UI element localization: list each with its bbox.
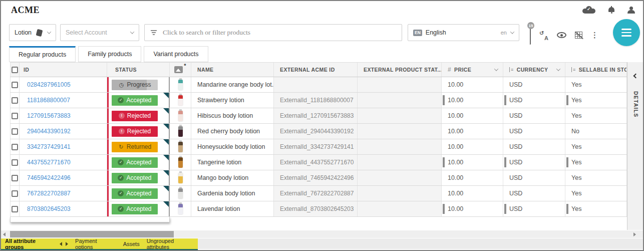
notifications-bell-icon[interactable] <box>608 7 614 14</box>
medications-icon[interactable]: 15 <box>530 26 531 44</box>
row-checkbox[interactable] <box>12 159 18 166</box>
grid-disabled-icon[interactable] <box>575 32 582 39</box>
price-cell[interactable]: 10.00 <box>442 93 503 108</box>
sellable-cell[interactable]: Yes <box>565 201 627 216</box>
row-checkbox[interactable] <box>12 190 18 197</box>
image-cell <box>170 124 191 139</box>
currency-cell[interactable]: USD <box>503 77 565 92</box>
sellable-cell[interactable]: Yes <box>565 155 627 170</box>
row-checkbox[interactable] <box>12 82 18 88</box>
external-id-cell: ExternalId_4437552771670 <box>274 155 358 170</box>
price-value: 10.00 <box>448 112 463 119</box>
status-badge: ! Rejected <box>112 126 158 137</box>
toolbar-icon-group: 15 ↺ A ⋮ <box>530 26 598 44</box>
group-tab-assets[interactable]: Assets <box>123 241 140 247</box>
price-cell[interactable]: 10.00 <box>442 201 503 216</box>
group-tab-all[interactable]: All attribute groups <box>5 238 56 250</box>
column-chevron-down-icon[interactable] <box>494 67 498 71</box>
product-id-link[interactable]: 1270915673883 <box>27 112 71 119</box>
preview-eye-icon[interactable] <box>557 32 566 38</box>
required-marker: * <box>184 63 186 69</box>
horizontal-scrollbar[interactable] <box>1 230 643 238</box>
tab-variant-products[interactable]: Variant products <box>144 46 208 62</box>
search-input[interactable] <box>163 29 396 37</box>
hamburger-line <box>621 35 631 37</box>
category-dropdown[interactable]: Lotion <box>9 24 56 41</box>
language-selector[interactable]: EN English en <box>408 24 519 41</box>
row-checkbox-cell <box>10 201 20 216</box>
currency-cell[interactable]: USD <box>503 139 565 154</box>
scroll-right-arrow[interactable] <box>633 232 636 236</box>
status-cell: ✓ Accepted <box>107 186 170 201</box>
product-id-link[interactable]: 4437552771670 <box>27 159 71 166</box>
price-cell[interactable]: 10.00 <box>442 77 503 92</box>
chevron-left-icon[interactable] <box>633 74 638 79</box>
product-id-link[interactable]: 7465942422496 <box>27 174 71 181</box>
currency-cell[interactable]: USD <box>503 108 565 123</box>
status-cell: ! Rejected <box>107 124 170 139</box>
sellable-cell[interactable]: Yes <box>565 93 627 108</box>
currency-cell[interactable]: USD <box>503 170 565 185</box>
currency-cell[interactable]: USD <box>503 155 565 170</box>
external-id-cell: ExternalId_7672822702887 <box>274 186 358 201</box>
group-scroll-left-icon[interactable] <box>60 242 62 246</box>
currency-cell[interactable]: USD <box>503 201 565 216</box>
translate-icon[interactable]: ↺ A <box>539 31 548 40</box>
main-menu-button[interactable] <box>613 19 640 46</box>
header-status: STATUS <box>107 63 170 77</box>
scrollbar-thumb[interactable] <box>10 231 174 237</box>
row-checkbox[interactable] <box>12 128 18 135</box>
price-cell[interactable]: 10.00 <box>442 170 503 185</box>
details-panel-tab[interactable]: DETAILS <box>627 62 644 230</box>
sellable-cell[interactable]: Yes <box>565 170 627 185</box>
more-options-kebab-icon[interactable]: ⋮ <box>591 32 598 38</box>
price-cell[interactable]: 10.00 <box>442 139 503 154</box>
row-checkbox[interactable] <box>12 97 18 104</box>
group-tab-ungrouped[interactable]: Ungrouped attributes <box>147 238 198 250</box>
currency-cell[interactable]: USD <box>503 93 565 108</box>
product-id-link[interactable]: 8703802645203 <box>27 205 71 212</box>
account-dropdown[interactable]: Select Account <box>60 24 139 41</box>
select-all-checkbox[interactable] <box>12 67 18 73</box>
status-cell: ✓ Accepted <box>107 170 170 185</box>
external-status-cell <box>358 139 442 154</box>
product-id-link[interactable]: 3342737429141 <box>27 143 71 150</box>
row-checkbox[interactable] <box>12 144 18 150</box>
sellable-cell[interactable]: Yes <box>565 77 627 92</box>
group-tab-payment-options[interactable]: Payment options <box>75 238 116 250</box>
currency-cell[interactable]: USD <box>503 186 565 201</box>
column-chevron-down-icon[interactable] <box>556 67 560 71</box>
sellable-cell[interactable]: Yes <box>565 139 627 154</box>
external-id-cell: ExternalId_1181868800007 <box>274 93 358 108</box>
currency-value: USD <box>509 159 522 166</box>
product-id-link[interactable]: 2940443390192 <box>27 128 71 135</box>
attribute-group-bar: All attribute groups Payment options Ass… <box>1 238 643 249</box>
name-cell: Honeysuckle body lotion <box>191 139 274 154</box>
status-cell: ◷ Progress <box>107 77 170 92</box>
name-cell: Hibiscus body lotion <box>191 108 274 123</box>
sellable-cell[interactable]: Yes <box>565 186 627 201</box>
sellable-cell[interactable]: Yes <box>565 108 627 123</box>
row-checkbox[interactable] <box>12 113 18 119</box>
row-checkbox[interactable] <box>12 175 18 181</box>
sellable-cell[interactable]: No <box>565 124 627 139</box>
external-id-cell: ExternalId_2940443390192 <box>274 124 358 139</box>
row-checkbox[interactable] <box>12 206 18 212</box>
product-id-link[interactable]: 1181868800007 <box>27 97 70 104</box>
scroll-left-arrow[interactable] <box>3 232 6 236</box>
user-profile-icon[interactable] <box>627 7 635 14</box>
number-type-icon: # <box>448 66 451 73</box>
price-cell[interactable]: 10.00 <box>442 124 503 139</box>
cloud-sync-icon[interactable]: ✓ <box>582 6 595 14</box>
price-cell[interactable]: 10.00 <box>442 155 503 170</box>
tab-regular-products[interactable]: Regular products <box>9 46 76 62</box>
group-scroll-right-icon[interactable] <box>66 242 68 246</box>
product-id-link[interactable]: 7672822702887 <box>27 190 71 197</box>
image-cell <box>170 77 191 92</box>
price-cell[interactable]: 10.00 <box>442 186 503 201</box>
currency-cell[interactable]: USD <box>503 124 565 139</box>
tab-family-products[interactable]: Family products <box>78 46 141 62</box>
price-cell[interactable]: 10.00 <box>442 108 503 123</box>
bell-clapper <box>611 12 612 14</box>
product-id-link[interactable]: 0284287961005 <box>27 81 71 88</box>
